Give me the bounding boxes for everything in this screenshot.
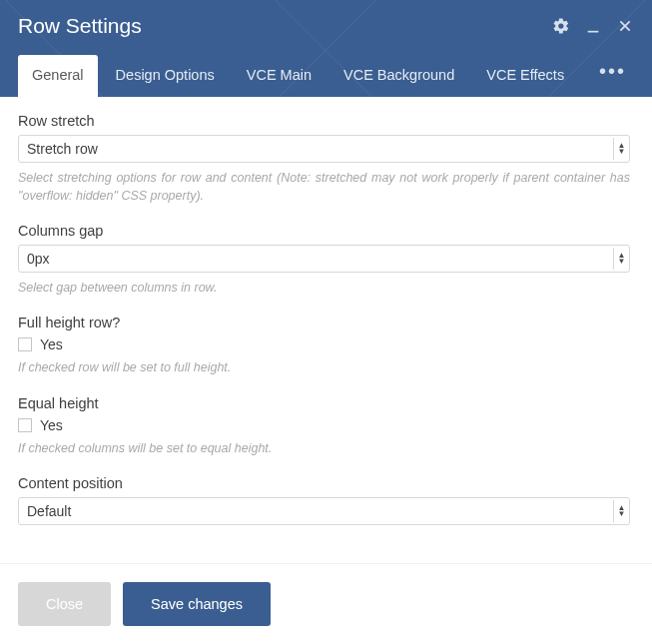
select-caret-icon: ▲▼ bbox=[613, 500, 627, 522]
full-height-label: Full height row? bbox=[18, 315, 630, 330]
content-position-select[interactable]: Default ▲▼ bbox=[18, 497, 630, 525]
full-height-yes: Yes bbox=[40, 336, 63, 352]
equal-height-label: Equal height bbox=[18, 395, 630, 411]
content-position-label: Content position bbox=[18, 475, 630, 491]
select-caret-icon: ▲▼ bbox=[613, 248, 627, 270]
full-height-option: Yes bbox=[18, 336, 630, 352]
header-controls bbox=[552, 17, 634, 35]
tab-vce-background[interactable]: VCE Background bbox=[329, 55, 468, 97]
modal-header: Row Settings General Design Options VCE … bbox=[0, 0, 652, 97]
content-position-value: Default bbox=[27, 503, 71, 519]
tab-vce-main[interactable]: VCE Main bbox=[233, 55, 326, 97]
columns-gap-label: Columns gap bbox=[18, 223, 630, 239]
full-height-help: If checked row will be set to full heigh… bbox=[18, 358, 630, 376]
field-equal-height: Equal height Yes If checked columns will… bbox=[18, 395, 630, 457]
select-caret-icon: ▲▼ bbox=[613, 138, 627, 160]
equal-height-checkbox[interactable] bbox=[18, 418, 32, 432]
tab-general[interactable]: General bbox=[18, 55, 98, 97]
columns-gap-value: 0px bbox=[27, 251, 50, 267]
row-stretch-select[interactable]: Stretch row ▲▼ bbox=[18, 135, 630, 163]
equal-height-yes: Yes bbox=[40, 417, 63, 433]
tab-design-options[interactable]: Design Options bbox=[102, 55, 229, 97]
gear-icon[interactable] bbox=[552, 17, 570, 35]
tabs-overflow-icon[interactable]: ••• bbox=[591, 48, 634, 97]
field-columns-gap: Columns gap 0px ▲▼ Select gap between co… bbox=[18, 223, 630, 297]
content-position-help: Select content position within columns. bbox=[18, 531, 630, 535]
row-stretch-label: Row stretch bbox=[18, 113, 630, 129]
close-icon[interactable] bbox=[616, 17, 634, 35]
full-height-checkbox[interactable] bbox=[18, 337, 32, 351]
row-stretch-value: Stretch row bbox=[27, 141, 98, 157]
field-full-height: Full height row? Yes If checked row will… bbox=[18, 315, 630, 376]
header-top: Row Settings bbox=[0, 0, 652, 48]
equal-height-option: Yes bbox=[18, 417, 630, 433]
row-stretch-help: Select stretching options for row and co… bbox=[18, 169, 630, 205]
save-changes-button[interactable]: Save changes bbox=[123, 582, 271, 626]
row-settings-modal: Row Settings General Design Options VCE … bbox=[0, 0, 652, 644]
modal-title: Row Settings bbox=[18, 14, 142, 38]
equal-height-help: If checked columns will be set to equal … bbox=[18, 439, 630, 457]
field-row-stretch: Row stretch Stretch row ▲▼ Select stretc… bbox=[18, 113, 630, 205]
body-scroll[interactable]: Row stretch Stretch row ▲▼ Select stretc… bbox=[0, 97, 652, 563]
tabs: General Design Options VCE Main VCE Back… bbox=[0, 48, 652, 97]
minimize-icon[interactable] bbox=[584, 17, 602, 35]
tab-vce-effects[interactable]: VCE Effects bbox=[472, 55, 578, 97]
columns-gap-help: Select gap between columns in row. bbox=[18, 279, 630, 297]
columns-gap-select[interactable]: 0px ▲▼ bbox=[18, 245, 630, 273]
modal-body: Row stretch Stretch row ▲▼ Select stretc… bbox=[0, 97, 652, 563]
close-button[interactable]: Close bbox=[18, 582, 111, 626]
modal-footer: Close Save changes bbox=[0, 563, 652, 644]
field-content-position: Content position Default ▲▼ Select conte… bbox=[18, 475, 630, 535]
